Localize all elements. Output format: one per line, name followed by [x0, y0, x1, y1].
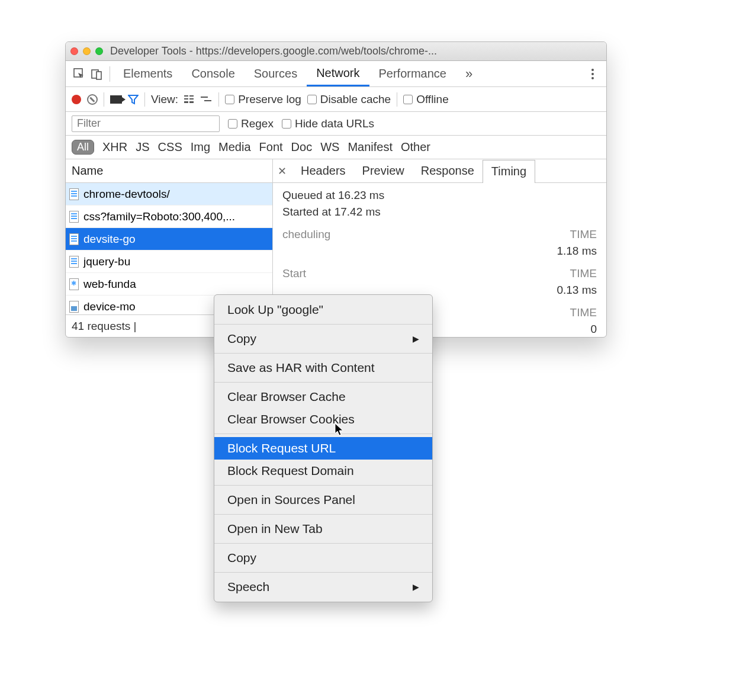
device-toolbar-icon[interactable] — [88, 65, 106, 83]
menu-item[interactable]: Clear Browser Cookies — [214, 408, 432, 431]
filter-other-button[interactable]: Other — [401, 140, 430, 154]
filter-manifest-button[interactable]: Manifest — [348, 140, 393, 154]
regex-checkbox[interactable]: Regex — [228, 117, 274, 130]
detail-tab-timing[interactable]: Timing — [483, 160, 535, 183]
disable-cache-checkbox[interactable]: Disable cache — [307, 93, 391, 106]
menu-item[interactable]: Copy▶ — [214, 327, 432, 350]
close-detail-icon[interactable]: ✕ — [278, 165, 287, 178]
detail-tabs: ✕ HeadersPreviewResponseTiming — [273, 159, 606, 183]
separator — [110, 66, 110, 82]
filter-all-button[interactable]: All — [72, 140, 94, 155]
preserve-log-checkbox[interactable]: Preserve log — [225, 93, 301, 106]
filter-js-button[interactable]: JS — [136, 140, 149, 154]
screenshots-icon[interactable] — [110, 95, 122, 104]
tab-network[interactable]: Network — [307, 61, 369, 86]
menu-item[interactable]: Open in New Tab — [214, 518, 432, 540]
timing-started: Started at 17.42 ms — [282, 205, 597, 219]
type-filter-row: All XHRJSCSSImgMediaFontDocWSManifestOth… — [66, 136, 606, 159]
hide-data-urls-checkbox[interactable]: Hide data URLs — [282, 117, 374, 130]
checkbox-icon — [282, 119, 291, 129]
file-icon — [69, 278, 79, 290]
filter-input[interactable] — [72, 115, 220, 132]
tab-console[interactable]: Console — [182, 61, 244, 86]
window-controls — [70, 47, 103, 55]
timing-section: chedulingTIME — [282, 228, 597, 241]
filter-ws-button[interactable]: WS — [320, 140, 339, 154]
request-name: devsite-go — [83, 233, 136, 246]
tabs-overflow-button[interactable]: » — [456, 61, 482, 86]
filter-toggle-icon[interactable] — [128, 94, 139, 105]
request-row[interactable]: jquery-bu — [66, 251, 272, 273]
tab-sources[interactable]: Sources — [245, 61, 307, 86]
filter-media-button[interactable]: Media — [218, 140, 250, 154]
detail-tab-response[interactable]: Response — [413, 159, 483, 182]
menu-divider — [214, 485, 432, 486]
timing-queued: Queued at 16.23 ms — [282, 189, 597, 202]
titlebar: Developer Tools - https://developers.goo… — [66, 42, 606, 61]
tab-performance[interactable]: Performance — [369, 61, 456, 86]
menu-divider — [214, 324, 432, 325]
submenu-arrow-icon: ▶ — [413, 334, 419, 343]
large-rows-icon[interactable] — [184, 95, 195, 104]
menu-divider — [214, 543, 432, 544]
file-icon — [69, 188, 79, 200]
request-name: chrome-devtools/ — [83, 188, 170, 201]
request-name: jquery-bu — [83, 255, 130, 268]
request-name: web-funda — [83, 278, 136, 291]
filter-xhr-button[interactable]: XHR — [102, 140, 127, 154]
zoom-window-icon[interactable] — [95, 47, 103, 55]
request-row[interactable]: web-funda — [66, 273, 272, 296]
filter-css-button[interactable]: CSS — [158, 140, 182, 154]
timing-value: 1.18 ms — [282, 245, 597, 258]
name-column-header[interactable]: Name — [66, 159, 272, 183]
request-row[interactable]: css?family=Roboto:300,400,... — [66, 205, 272, 228]
menu-divider — [214, 353, 432, 354]
detail-tab-headers[interactable]: Headers — [292, 159, 354, 182]
menu-item[interactable]: Block Request URL — [214, 437, 432, 460]
filter-font-button[interactable]: Font — [259, 140, 283, 154]
detail-tab-preview[interactable]: Preview — [354, 159, 413, 182]
kebab-menu-icon[interactable] — [584, 65, 602, 83]
svg-point-4 — [591, 73, 594, 75]
svg-rect-2 — [97, 72, 101, 79]
timing-section: StartTIME — [282, 267, 597, 280]
record-button-icon[interactable] — [72, 95, 81, 104]
request-name: css?family=Roboto:300,400,... — [83, 210, 235, 223]
menu-item[interactable]: Copy — [214, 547, 432, 569]
separator — [144, 92, 145, 107]
menu-item[interactable]: Save as HAR with Content — [214, 357, 432, 379]
svg-point-5 — [591, 77, 594, 79]
menu-divider — [214, 382, 432, 383]
file-icon — [69, 301, 79, 313]
panel-tabs: ElementsConsoleSourcesNetworkPerformance… — [66, 61, 606, 87]
menu-item[interactable]: Clear Browser Cache — [214, 386, 432, 408]
view-label: View: — [151, 93, 178, 106]
checkbox-icon — [403, 95, 413, 104]
menu-item[interactable]: Block Request Domain — [214, 460, 432, 482]
offline-checkbox[interactable]: Offline — [403, 93, 449, 106]
request-row[interactable]: chrome-devtools/ — [66, 183, 272, 205]
request-row[interactable]: devsite-go — [66, 228, 272, 251]
waterfall-icon[interactable] — [201, 95, 213, 104]
file-icon — [69, 233, 79, 245]
checkbox-icon — [225, 95, 234, 104]
filter-row: Regex Hide data URLs — [66, 112, 606, 136]
close-window-icon[interactable] — [70, 47, 78, 55]
filter-doc-button[interactable]: Doc — [291, 140, 313, 154]
tab-elements[interactable]: Elements — [114, 61, 182, 86]
menu-item[interactable]: Open in Sources Panel — [214, 489, 432, 511]
minimize-window-icon[interactable] — [83, 47, 91, 55]
network-toolbar: View: Preserve log Disable cache Offline — [66, 87, 606, 112]
filter-img-button[interactable]: Img — [191, 140, 210, 154]
inspect-element-icon[interactable] — [70, 65, 88, 83]
clear-button-icon[interactable] — [87, 94, 98, 105]
separator — [104, 92, 104, 107]
menu-item[interactable]: Look Up "google" — [214, 298, 432, 321]
checkbox-icon — [228, 119, 237, 129]
menu-divider — [214, 434, 432, 434]
separator — [218, 92, 219, 107]
menu-divider — [214, 572, 432, 573]
file-icon — [69, 256, 79, 268]
menu-item[interactable]: Speech▶ — [214, 576, 432, 598]
context-menu: Look Up "google"Copy▶Save as HAR with Co… — [214, 294, 433, 602]
